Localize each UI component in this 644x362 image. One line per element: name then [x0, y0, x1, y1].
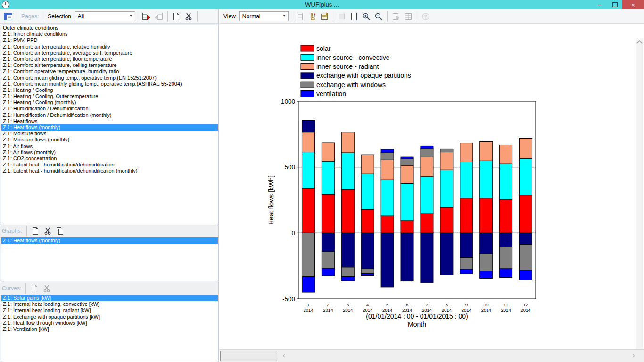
pages-list-item[interactable]: Z.1: Moisture flows (monthly) [1, 137, 218, 143]
horizontal-scrollbar[interactable]: ‹ › [220, 349, 644, 362]
bar-segment [460, 143, 473, 162]
scroll-right-icon[interactable]: › [630, 350, 637, 362]
x-tick-month: 3 [347, 302, 349, 307]
separator [333, 11, 333, 22]
curves-list-item[interactable]: Z.1: Exchange with opaque partitions [kW… [1, 314, 218, 320]
pages-list-item[interactable]: Z.1: Humidification / Dehumidification [1, 106, 218, 112]
zoom-out-button[interactable] [373, 11, 384, 22]
minimize-button[interactable]: – [592, 0, 607, 9]
bar-segment [401, 165, 413, 184]
bar-segment [302, 121, 314, 132]
pages-list-item[interactable]: Z.1: Comfort: air temperature, average s… [1, 50, 218, 56]
pages-list-item[interactable]: Z.1: Air flows (monthly) [1, 149, 218, 156]
view-label: View [223, 13, 236, 20]
close-button[interactable]: × [622, 0, 644, 9]
hand-pointer-icon [308, 12, 316, 21]
pages-list-item[interactable]: Z.1: Latent heat - humidification/dehumi… [1, 168, 218, 174]
curves-list-item[interactable]: Z.1: Solar gains [kW] [1, 295, 218, 301]
left-panel: Pages: Selection All ▼ [0, 9, 219, 362]
view-dropdown[interactable]: Normal ▼ [239, 11, 289, 21]
bar-segment [460, 162, 473, 198]
pages-list-item[interactable]: Z.1: Comfort: mean monthly gliding temp.… [1, 81, 218, 87]
pages-list-item[interactable]: Outer climate conditions [1, 25, 218, 31]
zoom-in-button[interactable] [361, 11, 372, 22]
export-data-button[interactable] [403, 11, 414, 22]
pages-list-item[interactable]: Z.1: Heat flows (monthly) [1, 124, 218, 131]
new-page-button[interactable] [171, 11, 182, 22]
scroll-up-icon[interactable] [636, 40, 643, 46]
x-tick-month: 12 [523, 302, 528, 307]
copy-graph-button[interactable] [54, 225, 66, 237]
fit-width-button[interactable] [336, 11, 347, 22]
pages-list-item[interactable]: Z.1: Comfort: mean gliding temp., operat… [1, 75, 218, 81]
x-tick-year: 2014 [462, 307, 471, 313]
bar-segment [480, 161, 493, 198]
pages-list-item[interactable]: Z.1: Comfort: air temperature, relative … [1, 44, 218, 50]
pages-list-item[interactable]: Z.1: Heating / Cooling [1, 87, 218, 93]
full-page-button[interactable] [348, 11, 360, 22]
restore-button[interactable] [607, 0, 622, 9]
bar-segment [421, 214, 433, 233]
scroll-left-icon[interactable]: ‹ [280, 350, 288, 362]
selection-dropdown[interactable]: All ▼ [75, 11, 135, 21]
zoom-out-icon [374, 12, 383, 21]
pages-list-item[interactable]: Z.1: Comfort: air temperature, ceiling t… [1, 62, 218, 68]
graphs-list-item[interactable]: Z.1: Heat flows (monthly) [1, 238, 218, 244]
pages-list-item[interactable]: Z.1: Heating / Cooling (monthly) [1, 99, 218, 106]
bar-segment [381, 160, 394, 180]
cut-page-button[interactable] [183, 11, 194, 22]
properties-button[interactable] [319, 11, 330, 22]
bar-segment [322, 251, 334, 268]
bar-segment [322, 143, 334, 161]
report-view-button[interactable] [294, 11, 305, 22]
pages-list-item[interactable]: Z.1: Air flows [1, 143, 218, 149]
bar-segment [440, 149, 453, 152]
pages-toolbar: Pages: Selection All ▼ [0, 9, 218, 24]
pages-list-item[interactable]: Z.1: Moisture flows [1, 131, 218, 137]
pages-list-item[interactable]: Z.1: Comfort: air temperature, floor tem… [1, 56, 218, 62]
chart-area[interactable]: solarinner source - convectiveinner sour… [220, 24, 644, 349]
pages-list-item[interactable]: Z.1: Latent heat - humidification/dehumi… [1, 162, 218, 168]
vertical-scrollbar[interactable] [636, 38, 643, 362]
cut-graph-button[interactable] [42, 225, 53, 237]
zoom-in-icon [362, 12, 371, 21]
full-page-icon [351, 12, 357, 21]
cut-curve-button[interactable] [41, 283, 52, 294]
pages-panel-button[interactable] [2, 11, 14, 22]
titlebar: WUFIplus ... – × [0, 0, 644, 9]
bar-segment [480, 198, 493, 233]
bar-segment [302, 152, 314, 189]
export-graph-button[interactable] [390, 11, 402, 22]
curves-header: Curves: [1, 282, 217, 295]
pages-list-item[interactable]: Z.1: Heat flows [1, 118, 218, 124]
bar-segment [322, 194, 334, 233]
window-title: WUFIplus ... [0, 0, 644, 9]
curves-list-item[interactable]: Z.1: Internal heat loading, convective [… [1, 301, 218, 307]
bar-segment [500, 269, 512, 277]
pages-list-item[interactable]: Z.1: Humidification / Dehumidification (… [1, 112, 218, 118]
new-curve-button[interactable] [29, 283, 40, 294]
export-page-button[interactable] [141, 11, 152, 22]
svg-text:?: ? [424, 14, 427, 19]
right-panel: View Normal ▼ [220, 9, 644, 362]
bar-segment [302, 132, 314, 152]
bar-segment [381, 180, 394, 216]
curves-list-item[interactable]: Z.1: Ventilation [kW] [1, 326, 218, 332]
scrollbar-grip[interactable] [220, 351, 277, 361]
curves-list-item[interactable]: Z.1: Internal heat loading, radiant [kW] [1, 307, 218, 313]
import-page-icon [154, 12, 164, 21]
help-button[interactable]: ? [420, 11, 431, 22]
x-tick-year: 2014 [501, 307, 511, 313]
import-page-button[interactable] [153, 11, 165, 22]
pages-list-item[interactable]: Z.1: Heating / Cooling, Outer temperatur… [1, 93, 218, 99]
bar-segment [520, 245, 532, 270]
pages-list-item[interactable]: Z.1: Inner climate conditions [1, 31, 218, 37]
new-page-icon [31, 284, 38, 293]
pages-list-item[interactable]: Z.1: Comfort: operative temperature, hum… [1, 68, 218, 74]
new-graph-button[interactable] [30, 225, 41, 237]
pages-list-item[interactable]: Z.1: CO2-concentration [1, 156, 218, 162]
pages-list-item[interactable]: Z.1: PMV, PPD [1, 37, 218, 43]
select-tool-button[interactable] [306, 11, 318, 22]
curves-list-item[interactable]: Z.1: Heat flow through windows [kW] [1, 320, 218, 326]
bar-segment [421, 149, 433, 157]
